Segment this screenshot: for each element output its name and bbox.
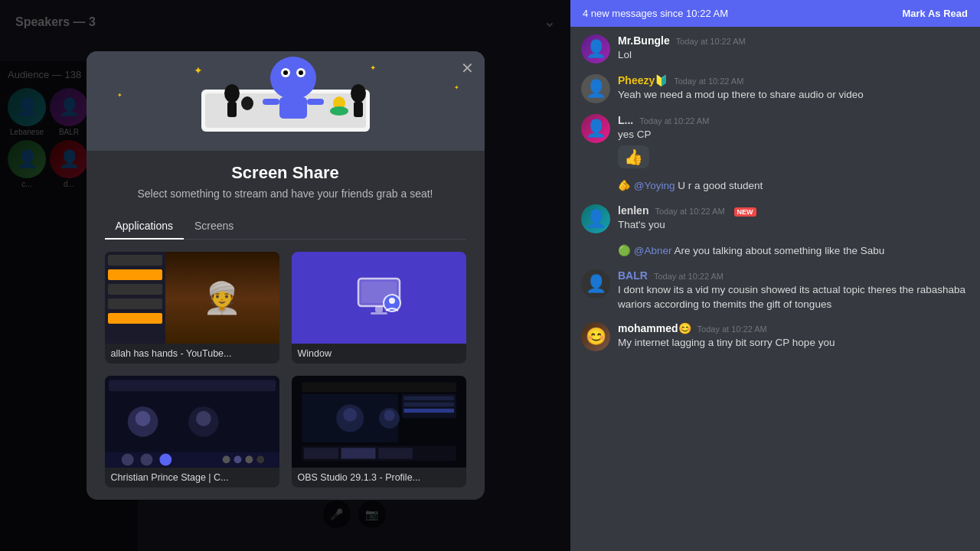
message-row: 🟢 @Abner Are you talking about something… bbox=[581, 244, 969, 259]
app-thumbnail bbox=[105, 376, 279, 468]
message-row: 👤 lenlen Today at 10:22 AM NEW That's yo… bbox=[581, 204, 969, 233]
svg-rect-51 bbox=[403, 403, 454, 406]
msg-time: Today at 10:22 AM bbox=[639, 116, 709, 126]
message-row: 👤 Pheezy🔰 Today at 10:22 AM Yeah we need… bbox=[581, 74, 969, 103]
svg-text:✦: ✦ bbox=[454, 84, 459, 91]
msg-time: Today at 10:22 AM bbox=[655, 207, 724, 216]
app-name: Window bbox=[292, 344, 466, 364]
modal-body: Screen Share Select something to stream … bbox=[87, 151, 485, 500]
avatar: 😊 bbox=[581, 322, 610, 351]
msg-username: BALR bbox=[618, 269, 648, 282]
svg-point-7 bbox=[299, 70, 303, 75]
msg-text: 🟢 @Abner Are you talking about something… bbox=[618, 244, 884, 259]
svg-rect-54 bbox=[303, 448, 338, 458]
message-row: 👤 BALR Today at 10:22 AM I dont know its… bbox=[581, 269, 969, 312]
modal-subtitle: Select something to stream and have your… bbox=[105, 187, 466, 200]
app-name: OBS Studio 29.1.3 - Profile... bbox=[292, 468, 466, 487]
svg-point-6 bbox=[283, 70, 288, 75]
msg-time: Today at 10:22 AM bbox=[697, 324, 767, 334]
svg-rect-10 bbox=[307, 99, 324, 105]
svg-rect-50 bbox=[403, 396, 454, 400]
msg-time: Today at 10:22 AM bbox=[654, 272, 724, 281]
msg-text: 🫵 @Yoying U r a good student bbox=[618, 179, 763, 194]
message-row: 😊 mohammed😊 Today at 10:22 AM My interne… bbox=[581, 322, 969, 351]
avatar: 👤 bbox=[581, 269, 610, 298]
svg-point-11 bbox=[224, 84, 240, 103]
svg-point-38 bbox=[222, 456, 230, 464]
msg-text: I dont know its a vid my cousin showed i… bbox=[618, 283, 969, 312]
msg-username: L... bbox=[618, 114, 633, 126]
svg-text:✦: ✦ bbox=[370, 64, 376, 72]
svg-rect-24 bbox=[375, 306, 383, 312]
app-card-stage[interactable]: Christian Prince Stage | C... bbox=[105, 376, 279, 487]
svg-rect-55 bbox=[341, 448, 375, 458]
svg-rect-56 bbox=[378, 448, 413, 458]
msg-text: My internet lagging a tiny bit sorry CP … bbox=[618, 336, 969, 350]
svg-point-15 bbox=[241, 96, 253, 110]
msg-time: Today at 10:22 AM bbox=[674, 77, 743, 86]
new-badge: NEW bbox=[734, 207, 756, 217]
chat-panel: 4 new messages since 10:22 AM Mark As Re… bbox=[570, 0, 980, 551]
app-name: Christian Prince Stage | C... bbox=[105, 468, 279, 487]
svg-point-35 bbox=[121, 454, 133, 466]
tab-screens[interactable]: Screens bbox=[184, 214, 244, 240]
message-row: 👤 Mr.Bungle Today at 10:22 AM Lol bbox=[581, 34, 969, 64]
svg-point-33 bbox=[195, 411, 211, 426]
modal-illustration: ✦ ✦ ✦ ✦ ✕ bbox=[87, 51, 485, 151]
modal-title: Screen Share bbox=[105, 163, 466, 183]
svg-point-40 bbox=[245, 456, 253, 464]
app-thumbnail bbox=[292, 376, 466, 468]
modal-tabs: Applications Screens bbox=[105, 214, 466, 240]
app-card-youtube[interactable]: 👳 allah has hands - YouTube... bbox=[105, 252, 279, 364]
msg-username: Mr.Bungle bbox=[618, 34, 670, 47]
svg-point-39 bbox=[234, 456, 241, 464]
new-messages-banner: 4 new messages since 10:22 AM Mark As Re… bbox=[570, 0, 980, 27]
msg-text: yes CP bbox=[618, 128, 969, 142]
svg-rect-29 bbox=[108, 380, 275, 391]
msg-text: That's you bbox=[618, 218, 969, 233]
svg-rect-8 bbox=[279, 97, 307, 119]
svg-point-36 bbox=[140, 454, 152, 466]
svg-text:✦: ✦ bbox=[117, 92, 122, 99]
svg-rect-9 bbox=[263, 99, 279, 105]
avatar: 👤 bbox=[581, 114, 610, 143]
svg-point-27 bbox=[389, 298, 395, 304]
svg-rect-12 bbox=[227, 102, 237, 117]
app-thumbnail bbox=[292, 252, 466, 344]
app-card-obs[interactable]: OBS Studio 29.1.3 - Profile... bbox=[292, 376, 466, 487]
avatar: 👤 bbox=[581, 74, 610, 103]
svg-point-13 bbox=[351, 84, 366, 103]
svg-rect-14 bbox=[354, 102, 363, 117]
message-row: 👤 L... Today at 10:22 AM yes CP 👍 bbox=[581, 114, 969, 168]
app-name: allah has hands - YouTube... bbox=[105, 344, 279, 364]
msg-username: lenlen bbox=[618, 204, 648, 217]
svg-point-41 bbox=[256, 456, 264, 464]
tab-applications[interactable]: Applications bbox=[105, 214, 185, 240]
msg-text: Lol bbox=[618, 48, 969, 63]
msg-username: Pheezy🔰 bbox=[618, 74, 668, 86]
banner-text: 4 new messages since 10:22 AM bbox=[583, 8, 728, 19]
svg-point-17 bbox=[330, 106, 348, 116]
msg-username: mohammed😊 bbox=[618, 322, 691, 334]
modal-overlay: ✦ ✦ ✦ ✦ ✕ Screen Share Select something … bbox=[0, 0, 570, 551]
reaction-emoji[interactable]: 👍 bbox=[618, 145, 649, 168]
chat-messages: 👤 Mr.Bungle Today at 10:22 AM Lol 👤 Phee… bbox=[570, 27, 980, 551]
svg-point-31 bbox=[135, 411, 150, 426]
svg-text:✦: ✦ bbox=[194, 64, 203, 77]
svg-point-37 bbox=[159, 454, 172, 466]
msg-text: Yeah we need a mod up there to share aud… bbox=[618, 88, 969, 103]
svg-rect-43 bbox=[302, 383, 456, 393]
msg-time: Today at 10:22 AM bbox=[676, 37, 746, 46]
svg-rect-52 bbox=[403, 409, 454, 412]
mark-as-read-button[interactable]: Mark As Read bbox=[903, 8, 969, 19]
screen-share-modal: ✦ ✦ ✦ ✦ ✕ Screen Share Select something … bbox=[87, 51, 485, 500]
avatar: 👤 bbox=[581, 204, 610, 233]
modal-close-button[interactable]: ✕ bbox=[461, 59, 474, 77]
svg-point-48 bbox=[384, 410, 394, 421]
message-row: 🫵 @Yoying U r a good student bbox=[581, 179, 969, 194]
app-card-window[interactable]: Window bbox=[292, 252, 466, 364]
svg-rect-25 bbox=[371, 312, 387, 315]
app-grid: 👳 allah has hands - YouTube... bbox=[105, 252, 466, 500]
app-thumbnail: 👳 bbox=[105, 252, 279, 344]
svg-point-3 bbox=[270, 57, 316, 99]
